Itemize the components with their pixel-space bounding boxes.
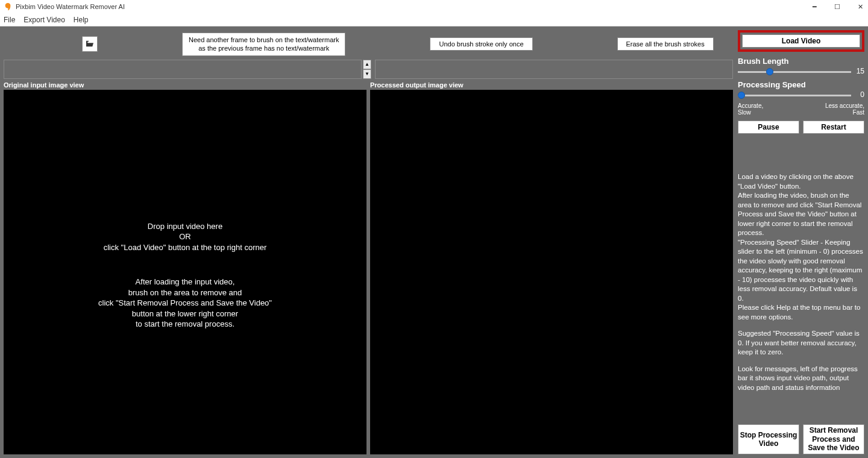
- menu-help[interactable]: Help: [74, 16, 89, 24]
- processed-view[interactable]: [370, 90, 733, 454]
- path-row: ▲ ▼: [4, 60, 733, 79]
- app-logo-icon: [4, 2, 12, 11]
- frame-spinner: ▲ ▼: [363, 60, 371, 79]
- close-button[interactable]: ✕: [856, 2, 864, 11]
- brush-length-value: 15: [855, 67, 864, 75]
- stop-processing-button[interactable]: Stop Processing Video: [738, 424, 799, 454]
- speed-hint-right: Less accurate, Fast: [825, 102, 864, 116]
- drop-instructions: Drop input video here OR click "Load Vid…: [4, 221, 366, 354]
- tooltip-line2: as the previous frame has no text/waterm…: [189, 44, 339, 52]
- frame-tooltip: Need another frame to brush on the text/…: [182, 33, 345, 56]
- pause-button[interactable]: Pause: [738, 121, 799, 134]
- processing-speed-slider[interactable]: [738, 95, 851, 96]
- brush-length-slider[interactable]: [738, 71, 851, 73]
- menu-file[interactable]: File: [4, 16, 15, 24]
- restart-button[interactable]: Restart: [803, 121, 864, 134]
- speed-slider-thumb[interactable]: [738, 92, 745, 99]
- open-folder-button[interactable]: [82, 36, 98, 52]
- undo-brush-button[interactable]: Undo brush stroke only once: [430, 37, 532, 51]
- titlebar: Pixbim Video Watermark Remover AI ━ ☐ ✕: [0, 0, 868, 13]
- spinner-down-button[interactable]: ▼: [363, 69, 371, 79]
- menubar: File Export Video Help: [0, 13, 868, 27]
- speed-hint-left: Accurate, Slow: [738, 102, 763, 116]
- brush-slider-thumb[interactable]: [766, 68, 773, 75]
- load-video-highlight: Load Video: [738, 30, 864, 52]
- original-view-label: Original input image view: [4, 81, 366, 89]
- original-view[interactable]: Drop input video here OR click "Load Vid…: [4, 90, 366, 454]
- processing-speed-value: 0: [855, 90, 864, 99]
- folder-open-icon: [86, 40, 94, 48]
- processing-speed-label: Processing Speed: [738, 80, 864, 89]
- window-title: Pixbim Video Watermark Remover AI: [16, 3, 810, 10]
- brush-length-label: Brush Length: [738, 57, 864, 66]
- erase-brush-button[interactable]: Erase all the brush strokes: [617, 37, 714, 51]
- info-panel: Load a video by clicking on the above "L…: [738, 137, 864, 424]
- menu-export-video[interactable]: Export Video: [24, 16, 65, 24]
- tooltip-line1: Need another frame to brush on the text/…: [189, 36, 339, 44]
- load-video-button[interactable]: Load Video: [742, 34, 860, 48]
- minimize-button[interactable]: ━: [810, 2, 819, 11]
- start-removal-button[interactable]: Start Removal Process and Save the Video: [803, 424, 864, 454]
- spinner-up-button[interactable]: ▲: [363, 60, 371, 69]
- left-path-field[interactable]: [4, 60, 362, 79]
- toolbar: Need another frame to brush on the text/…: [4, 30, 733, 60]
- right-path-field[interactable]: [375, 60, 733, 79]
- maximize-button[interactable]: ☐: [833, 2, 841, 11]
- processed-view-label: Processed output image view: [366, 81, 733, 89]
- sidebar: Load Video Brush Length 15 Processing Sp…: [737, 27, 868, 458]
